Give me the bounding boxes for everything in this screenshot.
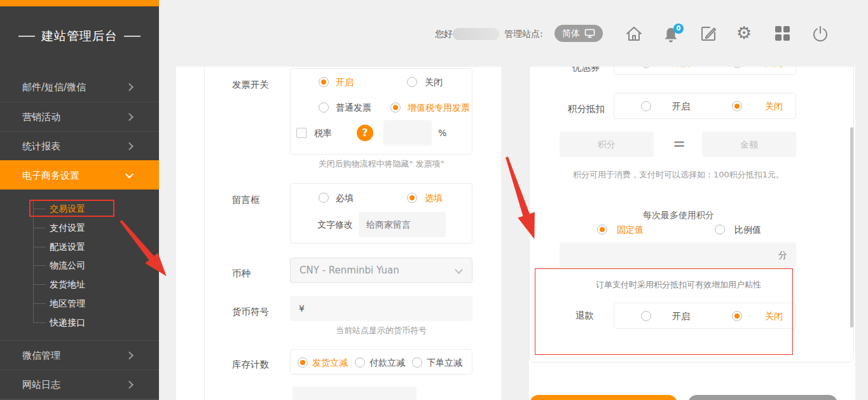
chevron-down-icon [125,170,134,178]
sidebar-item-wechat-management[interactable]: 微信管理 [0,340,159,369]
message-required-row: 必填 选填 [291,185,473,210]
radio-off-icon[interactable] [412,357,422,368]
sidebar-subitem-region-management[interactable]: 地区管理 [0,294,159,313]
radio-on-icon[interactable] [319,77,329,87]
invoice-type-normal-option[interactable]: 普通发票 [336,95,371,120]
refund-on-option[interactable]: 开启 [672,303,690,329]
language-site-switcher[interactable]: 简体 [555,25,603,42]
cancel-button[interactable] [688,395,837,400]
equals-sign: = [672,132,687,157]
message-text-input[interactable]: 给商家留言 [359,212,446,237]
radio-off-icon[interactable] [355,357,365,368]
refund-label: 退款 [575,303,594,328]
points-input[interactable]: 积分 [560,132,654,157]
sidebar-subitem-express-interface[interactable]: 快递接口 [0,313,159,332]
sidebar-item-mail-sms-wechat[interactable]: 邮件/短信/微信 [0,72,159,102]
invoice-switch-label: 发票开关 [232,72,269,97]
invoice-on-option[interactable]: 开启 [336,69,354,95]
radio-off-icon[interactable] [641,311,651,321]
value-type-row: 固定值 比例值 [529,220,854,239]
radio-off-icon[interactable] [319,193,329,203]
invoice-off-option[interactable]: 关闭 [425,69,443,95]
sidebar-title: 建站管理后台 [0,28,159,45]
deduction-note-text: 订单支付时采用积分抵扣可有效增加用户粘性 [529,279,828,291]
sidebar-item-ecommerce-settings[interactable]: 电子商务设置 [0,160,159,190]
currency-label: 币种 [232,261,251,286]
stock-order-option[interactable]: 下单立减 [427,350,462,375]
fixed-value-option[interactable]: 固定值 [617,220,644,239]
stock-pay-option[interactable]: 付款立减 [369,350,405,375]
home-icon[interactable] [624,24,644,43]
amount-input[interactable]: 金额 [702,132,796,157]
trade-settings-form-panel: 发票开关 开启 关闭 普通发票 增值税专用发票 税率 ? % 关闭后 [176,67,501,400]
tax-rate-input[interactable] [383,120,432,146]
text-edit-label: 文字修改 [317,212,353,237]
redacted-username [453,28,499,40]
deduction-off-option[interactable]: 关闭 [765,93,783,119]
radio-on-icon[interactable] [641,67,651,68]
sidebar-subitem-delivery-settings[interactable]: 配送设置 [0,237,159,256]
radio-off-icon[interactable] [641,101,651,111]
sidebar-item-site-logs[interactable]: 网站日志 [0,369,159,399]
radio-on-icon[interactable] [597,224,607,235]
radio-on-icon[interactable] [407,193,417,203]
radio-on-icon[interactable] [732,311,742,321]
max-points-value-input[interactable]: 分 [560,242,796,268]
radio-off-icon[interactable] [407,77,417,87]
radio-on-icon[interactable] [732,101,742,111]
invoice-switch-group: 开启 关闭 普通发票 增值税专用发票 税率 ? % [290,68,472,155]
consume-password-input[interactable] [293,387,417,400]
currency-select[interactable]: CNY - Renminbi Yuan [290,258,472,283]
deduction-on-option[interactable]: 开启 [672,93,690,119]
monitor-icon [584,29,595,38]
currency-symbol-label: 货币符号 [232,299,269,324]
points-settings-panel: 优惠券 开启 关闭 积分抵扣 开启 关闭 积分 = 金额 积分可用于消费，支付时… [529,67,855,400]
sidebar-subitem-logistics-company[interactable]: 物流公司 [0,256,159,275]
vertical-scrollbar[interactable] [850,127,853,328]
message-box-group: 必填 选填 文字修改 给商家留言 [290,183,472,244]
message-optional-option[interactable]: 选填 [425,185,443,210]
points-unit-suffix: 分 [778,250,787,260]
coupon-on-option[interactable]: 开启 [672,67,690,76]
manage-site-label: 管理站点: [504,29,543,40]
invoice-onoff-row: 开启 关闭 [291,69,473,95]
points-deduction-group: 开启 关闭 [614,93,796,119]
help-question-icon[interactable]: ? [357,125,373,141]
title-dash-right [124,36,141,37]
sidebar-item-marketing[interactable]: 营销活动 [0,102,159,131]
edit-icon[interactable] [699,24,718,43]
sidebar-subitem-shipping-address[interactable]: 发货地址 [0,275,159,294]
invoice-type-vat-option[interactable]: 增值税专用发票 [408,95,470,120]
tax-rate-label: 税率 [314,120,332,146]
sidebar-title-text: 建站管理后台 [41,28,118,45]
power-logout-icon[interactable] [811,24,830,43]
coupon-off-option[interactable]: 关闭 [765,67,783,76]
radio-off-icon[interactable] [715,224,725,235]
coupon-group: 开启 关闭 [614,67,796,75]
apps-grid-icon[interactable] [775,26,790,41]
sidebar-subitem-payment-settings[interactable]: 支付设置 [0,218,159,237]
stock-ship-option[interactable]: 发货立减 [312,350,348,375]
consume-password-label: 消费密码 [232,392,269,400]
points-deduction-label: 积分抵扣 [568,96,605,121]
message-box-label: 留言框 [232,187,260,212]
refund-off-option[interactable]: 关闭 [765,303,783,329]
view-help-link[interactable]: 查看帮助 [424,392,461,400]
sidebar-subitem-trade-settings[interactable]: 交易设置 [0,199,159,218]
chevron-right-icon [125,83,134,92]
sidebar-item-statistics[interactable]: 统计报表 [0,131,159,160]
radio-on-icon[interactable] [390,102,401,113]
radio-off-icon[interactable] [319,102,329,113]
radio-off-icon[interactable] [732,67,742,68]
checkbox-icon[interactable] [296,128,307,138]
panel-divider-line [204,67,205,400]
tax-rate-row: 税率 ? % [291,120,473,146]
refund-group: 开启 关闭 [614,303,796,329]
stock-count-label: 库存计数 [232,352,269,377]
settings-gear-icon[interactable]: ⚙ [736,23,752,43]
ratio-value-option[interactable]: 比例值 [734,220,761,239]
currency-symbol-input[interactable]: ¥ [290,296,472,321]
save-button[interactable] [530,395,677,400]
message-required-option[interactable]: 必填 [336,185,354,210]
radio-on-icon[interactable] [298,357,308,368]
